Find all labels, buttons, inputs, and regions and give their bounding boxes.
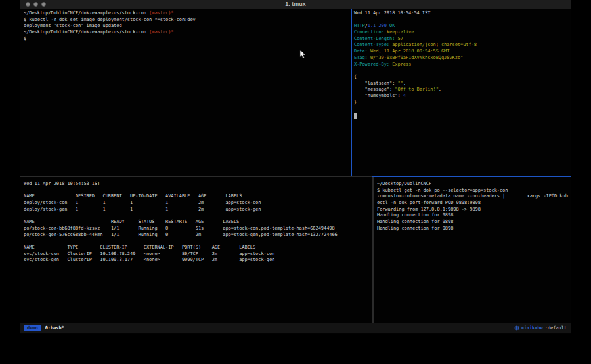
pane-bottom-left-kubectl-get[interactable]: Wed 11 Apr 2018 10:54:53 ISTNAME DESIRED… [20,177,372,323]
tmux-status-bar: demo 0:bash* minikube:default [20,323,571,333]
pane-bottom-right-port-forward[interactable]: ~/Desktop/DublinCNCF$ kubectl get -n dok… [374,177,571,323]
kube-context[interactable]: minikube [521,325,543,331]
screen: 1. tmux ~/Desktop/DublinCNCF/dok-example… [0,0,591,364]
window-label[interactable]: 0:bash* [45,325,64,331]
pane-top-left-shell[interactable]: ~/Desktop/DublinCNCF/dok-example-us/stoc… [20,9,351,176]
kubernetes-helm-icon [514,325,519,331]
titlebar[interactable]: 1. tmux [20,0,571,9]
terminal-window: 1. tmux ~/Desktop/DublinCNCF/dok-example… [20,0,571,334]
mouse-cursor [299,49,306,58]
status-bar-right: minikube:default [514,325,567,331]
kube-namespace[interactable]: :default [545,325,567,331]
session-name-badge[interactable]: demo [24,325,41,331]
window-title: 1. tmux [20,1,571,7]
pane-top-right-http-response[interactable]: Wed 11 Apr 2018 10:54:54 ISTHTTP/1.1 200… [352,9,571,176]
